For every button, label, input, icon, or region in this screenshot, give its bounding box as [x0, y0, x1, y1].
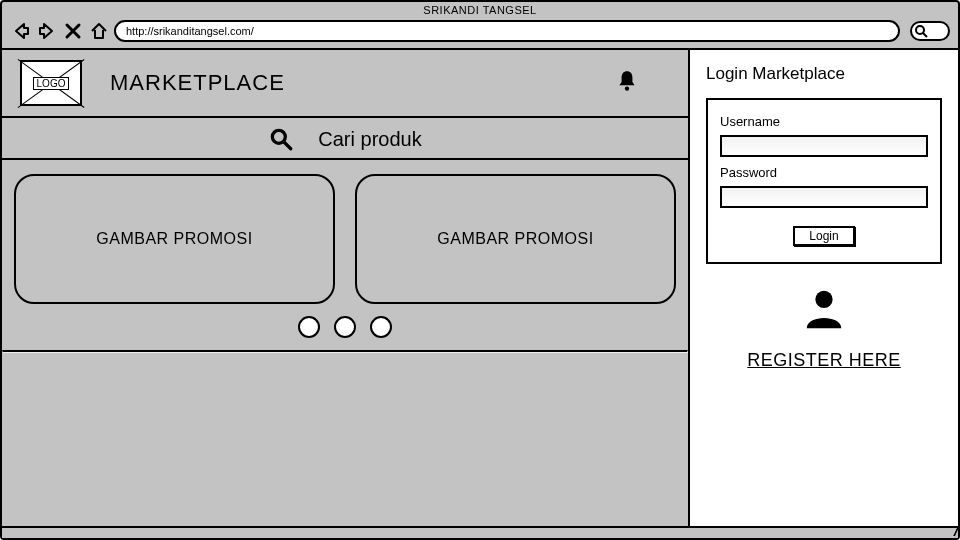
url-text: http://srikanditangsel.com/	[126, 25, 254, 37]
login-button[interactable]: Login	[793, 226, 854, 246]
product-search-bar[interactable]: Cari produk	[2, 118, 688, 160]
stop-icon[interactable]	[62, 20, 84, 42]
resize-grip-icon[interactable]: ///	[954, 527, 955, 537]
username-input[interactable]	[720, 135, 928, 157]
user-icon	[801, 286, 847, 332]
status-bar: ///	[2, 526, 958, 538]
site-header: LOGO MARKETPLACE	[2, 50, 688, 118]
main-column: LOGO MARKETPLACE Cari produk	[2, 50, 688, 526]
browser-window: SRIKANDI TANGSEL http://srikanditangsel.…	[0, 0, 960, 540]
carousel-dot[interactable]	[370, 316, 392, 338]
register-area: REGISTER HERE	[706, 286, 942, 371]
home-icon[interactable]	[88, 20, 110, 42]
username-label: Username	[720, 114, 928, 129]
search-icon	[268, 126, 294, 152]
url-input[interactable]: http://srikanditangsel.com/	[114, 20, 900, 42]
promo-carousel: GAMBAR PROMOSI GAMBAR PROMOSI	[2, 160, 688, 310]
promo-slide[interactable]: GAMBAR PROMOSI	[355, 174, 676, 304]
svg-point-0	[916, 26, 924, 34]
password-input[interactable]	[720, 186, 928, 208]
password-label: Password	[720, 165, 928, 180]
logo-placeholder[interactable]: LOGO	[20, 60, 82, 106]
page-content: LOGO MARKETPLACE Cari produk	[2, 48, 958, 526]
register-link[interactable]: REGISTER HERE	[747, 350, 901, 371]
notifications-button[interactable]	[614, 68, 640, 98]
login-title: Login Marketplace	[706, 64, 942, 84]
login-form: Username Password Login	[706, 98, 942, 264]
section-divider	[2, 350, 688, 353]
forward-icon[interactable]	[36, 20, 58, 42]
svg-point-2	[625, 86, 629, 90]
promo-slide[interactable]: GAMBAR PROMOSI	[14, 174, 335, 304]
carousel-dot[interactable]	[334, 316, 356, 338]
logo-text: LOGO	[33, 77, 70, 90]
svg-line-4	[285, 142, 292, 149]
window-title: SRIKANDI TANGSEL	[2, 2, 958, 16]
promo-label: GAMBAR PROMOSI	[437, 230, 593, 248]
svg-line-1	[923, 33, 927, 37]
promo-label: GAMBAR PROMOSI	[96, 230, 252, 248]
carousel-dot[interactable]	[298, 316, 320, 338]
browser-search-pill[interactable]	[910, 21, 950, 41]
carousel-dots	[2, 310, 688, 350]
brand-title: MARKETPLACE	[110, 70, 285, 96]
back-icon[interactable]	[10, 20, 32, 42]
search-placeholder: Cari produk	[318, 128, 421, 151]
login-sidebar: Login Marketplace Username Password Logi…	[688, 50, 958, 526]
bell-icon	[614, 68, 640, 94]
svg-point-5	[815, 291, 832, 308]
browser-toolbar: http://srikanditangsel.com/	[2, 16, 958, 48]
search-icon	[914, 24, 928, 38]
